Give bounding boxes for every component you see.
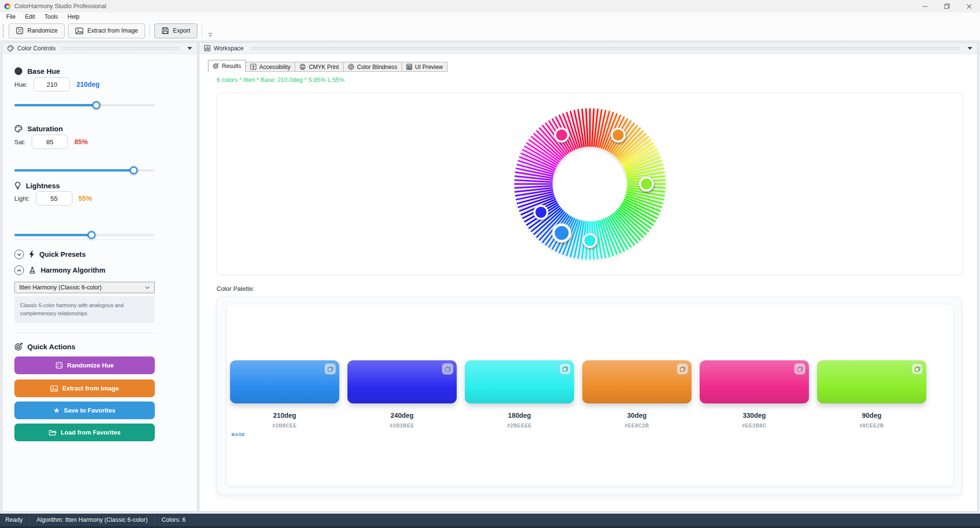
harmony-algorithm-toggle[interactable]: Harmony Algorithm [14, 265, 105, 275]
harmony-algorithm-selected-value: Itten Harmony (Classic 6-color) [19, 284, 102, 291]
swatch-color-block[interactable] [700, 360, 809, 403]
menu-bar: File Edit Tools Help [0, 12, 980, 21]
toolbar-separator-2 [202, 24, 202, 37]
hue-slider-fill [14, 104, 96, 106]
lightness-label: Light: [14, 195, 30, 202]
randomize-toolbar-button[interactable]: Randomize [9, 23, 65, 38]
tab-ui-preview[interactable]: UI Preview [402, 62, 448, 72]
swatch-210: 210deg #2B8CEE BASE [230, 360, 339, 437]
base-hue-title: Base Hue [27, 67, 60, 75]
workspace-header[interactable]: Workspace [199, 43, 977, 54]
tab-results[interactable]: Results [208, 60, 246, 72]
workspace-title: Workspace [214, 45, 243, 52]
minimize-button[interactable] [914, 0, 936, 12]
section-divider-2 [14, 333, 155, 333]
hue-slider-thumb[interactable] [92, 101, 100, 109]
swatch-color-block[interactable] [582, 360, 692, 403]
toolbar-separator [150, 24, 150, 37]
dice-icon [56, 362, 63, 369]
menu-edit[interactable]: Edit [20, 12, 40, 21]
workspace-panel: Workspace Results Accessibility [199, 42, 978, 512]
swatch-degree-label: 210deg [230, 412, 339, 419]
export-label: Export [173, 27, 190, 34]
tab-results-label: Results [222, 63, 241, 69]
extract-toolbar-button[interactable]: Extract from Image [68, 23, 145, 38]
randomize-hue-button[interactable]: Randomize Hue [14, 356, 155, 374]
wheel-marker-330[interactable] [554, 127, 569, 142]
tab-accessibility[interactable]: Accessibility [246, 62, 295, 72]
wheel-marker-180[interactable] [582, 233, 597, 248]
image-icon [75, 27, 83, 34]
swatch-180: 180deg #2BEEEE [465, 360, 574, 437]
harmony-description: Classic 6-color harmony with analogous a… [14, 296, 155, 323]
save-to-favorites-label: Save to Favorites [64, 407, 115, 414]
palette-outer-card: 210deg #2B8CEE BASE 240deg #2B2BEE [217, 297, 962, 495]
hue-slider[interactable] [14, 101, 155, 109]
harmony-algorithm-select[interactable]: Itten Harmony (Classic 6-color) [14, 282, 155, 293]
hue-input[interactable] [34, 77, 70, 92]
swatch-color-block[interactable] [817, 360, 926, 403]
grid-icon [406, 64, 412, 70]
wheel-marker-30[interactable] [611, 127, 625, 142]
copy-icon[interactable] [794, 363, 806, 375]
copy-icon[interactable] [559, 363, 571, 375]
menu-file[interactable]: File [1, 12, 20, 21]
panel-collapse-caret[interactable] [187, 47, 192, 50]
swatch-color-block[interactable] [347, 360, 457, 403]
tab-cmyk-print[interactable]: CMYK Print [295, 62, 344, 72]
eye-icon [348, 64, 354, 70]
workspace-grip[interactable] [251, 46, 960, 50]
swatch-hex-label: #EE2B8C [700, 423, 809, 428]
hue-field-row: Hue: 210deg [14, 77, 100, 92]
section-divider [14, 239, 155, 240]
load-from-favorites-button[interactable]: Load from Favorites [14, 424, 155, 441]
copy-icon[interactable] [677, 363, 688, 375]
saturation-slider-thumb[interactable] [130, 166, 138, 174]
color-wheel[interactable] [503, 97, 677, 271]
copy-icon[interactable] [911, 363, 923, 375]
color-controls-header[interactable]: Color Controls [2, 43, 197, 54]
tab-cmyk-print-label: CMYK Print [309, 64, 339, 70]
toolbar-overflow-button[interactable] [208, 31, 214, 39]
maximize-button[interactable] [936, 0, 958, 12]
tab-color-blindness[interactable]: Color Blindness [344, 62, 402, 72]
harmony-algorithm-title: Harmony Algorithm [41, 266, 105, 274]
lightness-input[interactable] [36, 191, 72, 206]
swatch-hex-label: #8CEE2B [817, 423, 926, 428]
workspace-collapse-caret[interactable] [968, 47, 972, 50]
title-bar: ColorHarmony Studio Professional [0, 0, 980, 12]
lightness-field-row: Light: 55% [14, 191, 92, 206]
lightness-slider[interactable] [14, 231, 155, 239]
randomize-hue-label: Randomize Hue [67, 362, 114, 369]
lightness-slider-thumb[interactable] [88, 231, 96, 239]
saturation-slider[interactable] [14, 166, 155, 174]
dice-icon [16, 27, 23, 34]
panel-grip[interactable] [63, 46, 180, 50]
close-button[interactable] [958, 0, 980, 12]
status-ready: Ready [5, 517, 29, 523]
copy-icon[interactable] [324, 363, 336, 375]
quick-presets-toggle[interactable]: Quick Presets [14, 250, 86, 259]
swatch-330: 330deg #EE2B8C [700, 360, 809, 437]
extract-from-image-button[interactable]: Extract from Image [14, 379, 155, 397]
save-to-favorites-button[interactable]: ★ Save to Favorites [14, 402, 155, 419]
menu-tools[interactable]: Tools [40, 12, 63, 21]
base-badge: BASE [231, 432, 339, 437]
color-palette-label: Color Palette: [217, 285, 254, 292]
saturation-input[interactable] [32, 135, 68, 149]
tab-color-blindness-label: Color Blindness [357, 64, 397, 70]
tab-accessibility-label: Accessibility [259, 64, 290, 70]
toolbar-grip[interactable] [2, 23, 4, 38]
wheel-marker-240[interactable] [533, 205, 548, 219]
chevron-up-circle-icon[interactable] [14, 265, 24, 275]
swatch-color-block[interactable] [465, 360, 574, 403]
export-toolbar-button[interactable]: Export [154, 23, 197, 38]
wheel-marker-90[interactable] [639, 176, 654, 191]
chevron-down-circle-icon[interactable] [14, 250, 24, 259]
wheel-marker-210[interactable] [552, 223, 571, 242]
hue-value-display: 210deg [76, 80, 99, 88]
swatch-color-block[interactable] [230, 360, 339, 403]
menu-help[interactable]: Help [63, 12, 84, 21]
copy-icon[interactable] [442, 363, 453, 375]
swatch-degree-label: 240deg [347, 412, 457, 419]
